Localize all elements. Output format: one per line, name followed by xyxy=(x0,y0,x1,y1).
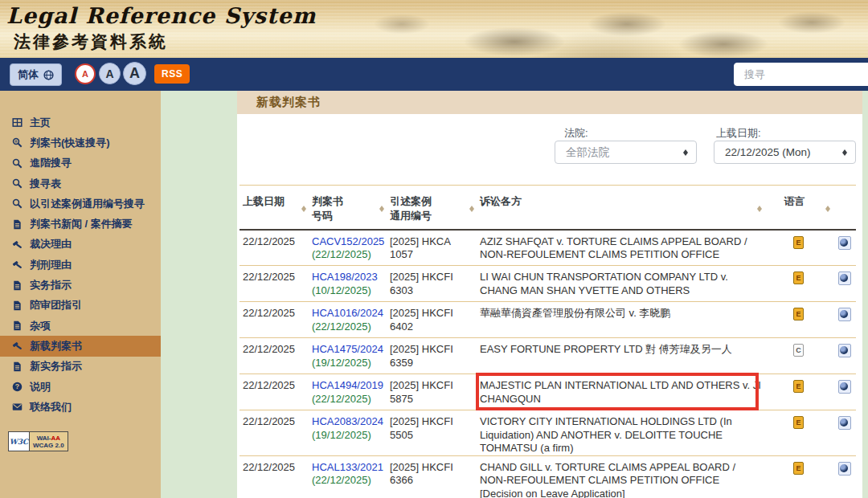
column-header[interactable]: 上载日期 xyxy=(240,186,309,230)
wcag-badge[interactable]: W3C WAI-AA WCAG 2.0 xyxy=(8,431,68,451)
sidebar-item[interactable]: 判案书(快速搜寻) xyxy=(0,133,161,153)
sidebar-item-label: 判案书(快速搜寻) xyxy=(30,136,110,150)
court-filter-label: 法院: xyxy=(564,126,588,141)
site-banner: Legal Reference System 法律參考資料系統 xyxy=(0,0,868,58)
column-header-label: 诉讼各方 xyxy=(480,194,753,209)
case-number-link[interactable]: HCA1016/2024 xyxy=(312,307,383,320)
envelope-icon xyxy=(11,402,23,413)
parties-cell: CHAND GILL v. TORTURE CLAIMS APPEAL BOAR… xyxy=(477,455,764,498)
globe-document-icon[interactable] xyxy=(838,416,851,430)
column-header[interactable]: 诉讼各方 xyxy=(477,186,764,230)
sidebar-item-label: 陪审团指引 xyxy=(30,298,82,312)
sidebar-item[interactable]: 杂项 xyxy=(0,316,161,336)
column-header[interactable]: 判案书号码 xyxy=(309,186,387,230)
parties-cell: EASY FORTUNE PROPERTY LTD 對 傅芳瑋及另一人 xyxy=(477,338,764,374)
sidebar-item[interactable]: 新实务指示 xyxy=(0,357,161,377)
language-toggle-button[interactable]: 简体 xyxy=(10,63,62,86)
english-judgment-icon: E xyxy=(793,380,804,393)
search-judgment-icon xyxy=(11,137,23,149)
main-content: 新载判案书 法院: 全部法院 上载日期: 22/12/2025 (Mon) 上载… xyxy=(237,91,862,498)
sidebar-item[interactable]: 实务指示 xyxy=(0,275,161,295)
judgments-table-head: 上载日期判案书号码引述案例通用编号诉讼各方语言 xyxy=(240,186,856,230)
court-filter-select[interactable]: 全部法院 xyxy=(555,141,697,164)
language-cell: E xyxy=(764,266,833,302)
translation-cell xyxy=(833,266,856,302)
case-number-link[interactable]: HCA2083/2024 xyxy=(312,415,383,429)
document-icon xyxy=(11,361,23,372)
page-title: 新载判案书 xyxy=(256,95,321,110)
column-header[interactable]: 引述案例通用编号 xyxy=(387,186,477,230)
sidebar-item[interactable]: 進階搜寻 xyxy=(0,153,161,173)
judgment-date: (22/12/2025) xyxy=(312,248,383,262)
site-title-chinese: 法律參考資料系統 xyxy=(14,31,168,53)
parties-text: 華融華僑資產管理股份有限公司 v. 李晓鹏 xyxy=(480,307,761,320)
language-cell: E xyxy=(764,302,833,338)
case-number-link[interactable]: HCA1494/2019 xyxy=(312,379,383,393)
upload-date-filter-select[interactable]: 22/12/2025 (Mon) xyxy=(714,141,856,164)
font-size-large-button[interactable]: A xyxy=(123,62,146,85)
parties-note: [Decision on Leave Application] xyxy=(480,488,761,498)
sort-icon[interactable] xyxy=(469,203,474,214)
case-number-link[interactable]: HCA198/2023 xyxy=(312,271,383,284)
case-number-cell: CACV152/2025(22/12/2025) xyxy=(309,230,387,266)
sidebar-item[interactable]: 裁决理由 xyxy=(0,235,161,255)
globe-document-icon[interactable] xyxy=(838,308,851,321)
language-cell: C xyxy=(764,338,833,374)
document-icon xyxy=(11,300,23,311)
parties-cell: 華融華僑資產管理股份有限公司 v. 李晓鹏 xyxy=(477,302,764,338)
sort-icon[interactable] xyxy=(825,203,830,214)
column-header[interactable]: 语言 xyxy=(764,186,833,230)
upload-date-cell: 22/12/2025 xyxy=(240,266,309,302)
sidebar-item[interactable]: 判案书新闻 / 案件摘要 xyxy=(0,214,161,234)
sort-icon[interactable] xyxy=(379,203,384,214)
sidebar-item[interactable]: 新载判案书 xyxy=(0,336,161,356)
sidebar-item[interactable]: 陪审团指引 xyxy=(0,296,161,316)
judgment-row: 22/12/2025HCA1475/2024(19/12/2025)[2025]… xyxy=(240,338,856,374)
select-updown-icon xyxy=(842,147,847,158)
globe-document-icon[interactable] xyxy=(838,236,851,250)
sidebar-item[interactable]: 主页 xyxy=(0,112,161,133)
citation-cell: [2025] HKCFI 5505 xyxy=(387,410,477,456)
upload-date-filter-label: 上载日期: xyxy=(716,126,761,141)
sidebar-item-label: 以引述案例通用编号搜寻 xyxy=(30,197,145,211)
judgment-date: (22/12/2025) xyxy=(312,320,383,334)
parties-text: MAJESTIC PLAN INTERNATIONAL LTD AND OTHE… xyxy=(480,379,761,406)
site-title-english: Legal Reference System xyxy=(6,3,316,28)
translation-cell xyxy=(833,338,856,374)
parties-text: LI WAI CHUN TRANSPORTATION COMPANY LTD v… xyxy=(480,271,761,297)
question-icon: ? xyxy=(11,382,23,393)
globe-document-icon[interactable] xyxy=(838,344,851,357)
court-filter-value: 全部法院 xyxy=(566,145,609,160)
sidebar-item-label: 判刑理由 xyxy=(30,258,72,272)
globe-icon xyxy=(43,69,54,80)
upload-date-cell: 22/12/2025 xyxy=(240,338,309,374)
upload-date-filter-value: 22/12/2025 (Mon) xyxy=(725,146,811,158)
sort-icon[interactable] xyxy=(757,203,762,214)
case-number-cell: HCA2083/2024(19/12/2025) xyxy=(309,410,387,456)
sort-icon[interactable] xyxy=(301,203,306,214)
globe-document-icon[interactable] xyxy=(838,380,851,394)
case-number-link[interactable]: CACV152/2025 xyxy=(312,235,383,249)
globe-document-icon[interactable] xyxy=(838,462,851,476)
language-toggle-label: 简体 xyxy=(18,67,39,82)
upload-date-cell: 22/12/2025 xyxy=(240,374,309,410)
parties-text: CHAND GILL v. TORTURE CLAIMS APPEAL BOAR… xyxy=(480,461,761,488)
sidebar-item[interactable]: 搜寻表 xyxy=(0,173,161,194)
sidebar-item[interactable]: 以引述案例通用编号搜寻 xyxy=(0,194,161,214)
sidebar-item[interactable]: 联络我们 xyxy=(0,397,161,417)
english-judgment-icon: E xyxy=(793,308,804,320)
rss-button[interactable]: RSS xyxy=(154,64,190,84)
upload-date-cell: 22/12/2025 xyxy=(240,455,309,498)
font-size-small-button[interactable]: A xyxy=(75,63,96,84)
case-number-link[interactable]: HCAL133/2021 xyxy=(312,461,383,475)
font-size-medium-button[interactable]: A xyxy=(99,63,121,84)
case-number-link[interactable]: HCA1475/2024 xyxy=(312,343,383,357)
sidebar-item-label: 杂项 xyxy=(30,319,51,333)
sidebar-item[interactable]: ?说明 xyxy=(0,377,161,397)
sidebar-item-label: 裁决理由 xyxy=(30,237,72,251)
globe-document-icon[interactable] xyxy=(838,271,851,285)
sidebar-item[interactable]: 判刑理由 xyxy=(0,255,161,275)
search-input[interactable] xyxy=(734,63,868,86)
language-cell: E xyxy=(764,374,833,410)
sidebar: 主页判案书(快速搜寻)進階搜寻搜寻表以引述案例通用编号搜寻判案书新闻 / 案件摘… xyxy=(0,91,161,498)
